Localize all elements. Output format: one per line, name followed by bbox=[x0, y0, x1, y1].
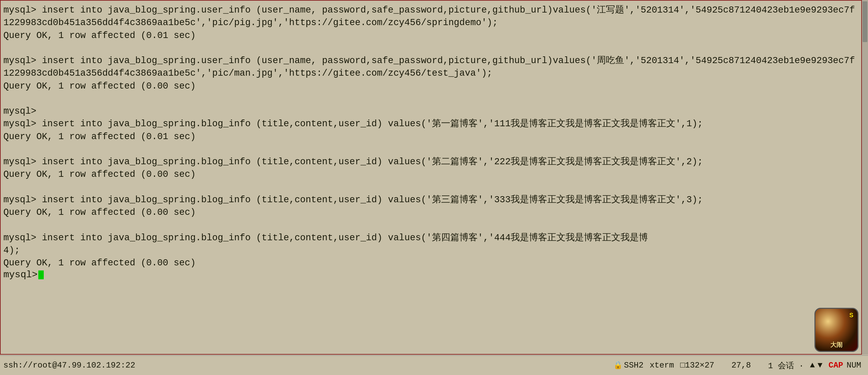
overlay-s-label: S bbox=[849, 312, 853, 319]
overlay-bottom-label: 大闹 bbox=[830, 341, 843, 349]
overlay-image: S 大闹 bbox=[814, 308, 859, 352]
cursor-line: mysql> bbox=[3, 269, 859, 280]
session-label: 1 会话 · bbox=[768, 360, 804, 371]
terminal-content: mysql> insert into java_blog_spring.user… bbox=[3, 4, 859, 269]
cap-label: CAP bbox=[829, 361, 843, 370]
scrollbar-thumb[interactable] bbox=[863, 1, 867, 42]
xterm-label: xterm bbox=[650, 361, 674, 370]
up-arrow[interactable]: ▲ bbox=[810, 361, 815, 370]
num-label: NUM bbox=[847, 361, 861, 370]
terminal-prompt: mysql> bbox=[3, 269, 38, 280]
ssh-label: SSH2 bbox=[624, 361, 644, 370]
lock-icon: 🔒 bbox=[613, 361, 623, 370]
terminal-cursor bbox=[38, 270, 44, 279]
down-arrow[interactable]: ▼ bbox=[817, 361, 822, 370]
scrollbar[interactable] bbox=[862, 0, 868, 355]
connection-info: ssh://root@47.99.102.192:22 bbox=[3, 361, 135, 370]
position-label: 27,8 bbox=[731, 361, 751, 370]
status-bar: ssh://root@47.99.102.192:22 🔒 SSH2 xterm… bbox=[0, 355, 868, 375]
separator1 bbox=[721, 361, 725, 370]
size-label: □132×27 bbox=[680, 361, 714, 370]
separator2 bbox=[757, 361, 762, 370]
terminal-area[interactable]: mysql> insert into java_blog_spring.user… bbox=[0, 0, 862, 355]
